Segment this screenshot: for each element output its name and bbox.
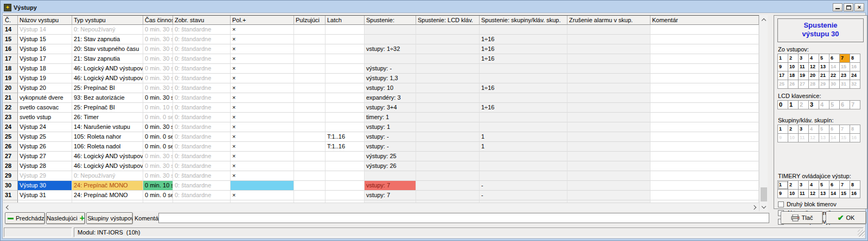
cell-name[interactable]: Výstup 28 <box>18 161 72 171</box>
cell-comment[interactable] <box>650 171 759 181</box>
cell-latch[interactable]: T:1..16 <box>326 132 365 142</box>
cell-trigger[interactable]: výstupy: - <box>365 64 416 74</box>
grid-cell[interactable]: 19 <box>799 71 809 80</box>
grid-cell[interactable]: 5 <box>819 54 829 63</box>
cell-status-display[interactable]: 0: štandardne <box>173 152 231 161</box>
grid-cell[interactable]: 22 <box>829 71 840 80</box>
cell-trigger-lcd[interactable] <box>416 25 480 35</box>
cell-polarity[interactable]: × <box>231 74 294 83</box>
cell-name[interactable]: Výstup 17 <box>18 54 72 64</box>
cell-pulsing[interactable] <box>294 171 326 181</box>
cell-number[interactable]: 17 <box>3 54 18 64</box>
cell-trigger[interactable]: expandéry: 3 <box>365 93 416 103</box>
cell-trigger-lcd[interactable] <box>416 74 480 83</box>
cell-pulsing[interactable] <box>294 152 326 161</box>
cell-polarity[interactable]: × <box>231 83 294 93</box>
grid-cell[interactable]: 23 <box>840 71 850 80</box>
grid-cell[interactable]: 29 <box>819 80 829 89</box>
cell-alarm-clear[interactable] <box>567 142 650 152</box>
cell-name[interactable]: Výstup 18 <box>18 64 72 74</box>
cell-time[interactable]: 0 min. 30 sek. <box>143 93 173 103</box>
cell-pulsing[interactable] <box>294 74 326 83</box>
cell-trigger-groups[interactable]: - <box>480 191 567 200</box>
grid-cell[interactable]: 1 <box>778 125 788 134</box>
cell-pulsing[interactable] <box>294 93 326 103</box>
cell-trigger-groups[interactable]: 1 <box>480 132 567 142</box>
grid-cell[interactable]: 5 <box>829 101 840 109</box>
cell-latch[interactable] <box>326 54 365 64</box>
cell-comment[interactable] <box>650 191 759 200</box>
grid-cell[interactable]: 12 <box>809 134 819 142</box>
grid-cell[interactable]: 0 <box>778 101 788 109</box>
cell-trigger-lcd[interactable] <box>416 83 480 93</box>
cell-trigger-groups[interactable] <box>480 152 567 161</box>
cell-number[interactable]: 19 <box>3 74 18 83</box>
cell-trigger-groups[interactable]: 1÷16 <box>480 44 567 54</box>
grid-cell[interactable]: 24 <box>850 71 860 80</box>
grid-cell[interactable]: 27 <box>799 80 809 89</box>
cell-comment[interactable] <box>650 132 759 142</box>
cell-name[interactable]: Výstup 19 <box>18 74 72 83</box>
grid-cell[interactable]: 12 <box>809 190 819 198</box>
grid-cell[interactable]: 5 <box>819 181 829 190</box>
cell-status-display[interactable]: 0: štandardne <box>173 122 231 132</box>
horizontal-scrollbar[interactable] <box>3 203 759 211</box>
cell-comment[interactable] <box>650 74 759 83</box>
cell-latch[interactable] <box>326 152 365 161</box>
grid-cell[interactable]: 10 <box>788 134 799 142</box>
vertical-scroll-thumb[interactable] <box>761 187 767 201</box>
grid-cell[interactable]: 2 <box>799 101 809 109</box>
cell-alarm-clear[interactable] <box>567 44 650 54</box>
cell-name[interactable]: svetlo casovac <box>18 103 72 113</box>
cell-pulsing[interactable] <box>294 122 326 132</box>
cell-alarm-clear[interactable] <box>567 161 650 171</box>
cell-pulsing[interactable] <box>294 54 326 64</box>
cell-number[interactable]: 21 <box>3 93 18 103</box>
cell-trigger[interactable] <box>365 35 416 44</box>
cell-trigger-lcd[interactable] <box>416 54 480 64</box>
cell-type[interactable]: 106: Roleta nadol <box>72 142 143 152</box>
grid-cell[interactable]: 1 <box>778 181 788 190</box>
cell-trigger[interactable] <box>365 171 416 181</box>
cell-number[interactable]: 15 <box>3 35 18 44</box>
cell-type[interactable]: 46: Logický AND výstupov <box>72 74 143 83</box>
grid-cell[interactable]: 25 <box>778 80 788 89</box>
cell-trigger-lcd[interactable] <box>416 113 480 122</box>
cell-trigger-groups[interactable]: 1÷16 <box>480 54 567 64</box>
cell-time[interactable]: 0 min. 30 sek. <box>143 171 173 181</box>
cell-type[interactable]: 20: Stav vstupného času <box>72 44 143 54</box>
cell-pulsing[interactable] <box>294 161 326 171</box>
cell-pulsing[interactable] <box>294 44 326 54</box>
cell-trigger-lcd[interactable] <box>416 161 480 171</box>
grid-cell[interactable]: 6 <box>829 181 840 190</box>
cell-status-display[interactable]: 0: štandardne <box>173 83 231 93</box>
cell-trigger-lcd[interactable] <box>416 142 480 152</box>
cell-status-display[interactable]: 0: štandardne <box>173 171 231 181</box>
cell-trigger[interactable]: timery: 1 <box>365 113 416 122</box>
grid-cell[interactable]: 8 <box>850 181 860 190</box>
cell-comment[interactable] <box>650 54 759 64</box>
cell-latch[interactable] <box>326 181 365 191</box>
cell-trigger-groups[interactable]: - <box>480 181 567 191</box>
cell-time[interactable]: 0 min. 30 sek. <box>143 74 173 83</box>
grid-cell[interactable]: 7 <box>850 101 860 109</box>
cell-comment[interactable] <box>650 122 759 132</box>
cell-pulsing[interactable] <box>294 83 326 93</box>
cell-trigger-groups[interactable]: 1÷16 <box>480 103 567 113</box>
cell-time[interactable]: 0 min. 30 sek. <box>143 161 173 171</box>
grid-cell[interactable]: 1 <box>788 101 799 109</box>
cell-time[interactable]: 0 min. 10 sek. <box>143 181 173 191</box>
cell-type[interactable]: 24: Prepínač MONO <box>72 181 143 191</box>
cell-trigger[interactable]: výstupy: 26 <box>365 161 416 171</box>
grid-cell[interactable]: 3 <box>799 54 809 63</box>
scroll-down-button[interactable] <box>760 203 768 211</box>
cell-status-display[interactable]: 0: štandardne <box>173 132 231 142</box>
cell-polarity[interactable]: × <box>231 44 294 54</box>
cell-trigger-groups[interactable]: 1÷16 <box>480 83 567 93</box>
cell-trigger[interactable] <box>365 54 416 64</box>
cell-status-display[interactable]: 0: štandardne <box>173 142 231 152</box>
grid-cell[interactable]: 11 <box>799 63 809 71</box>
cell-polarity[interactable]: × <box>231 142 294 152</box>
cell-latch[interactable] <box>326 64 365 74</box>
cell-status-display[interactable]: 0: štandardne <box>173 54 231 64</box>
